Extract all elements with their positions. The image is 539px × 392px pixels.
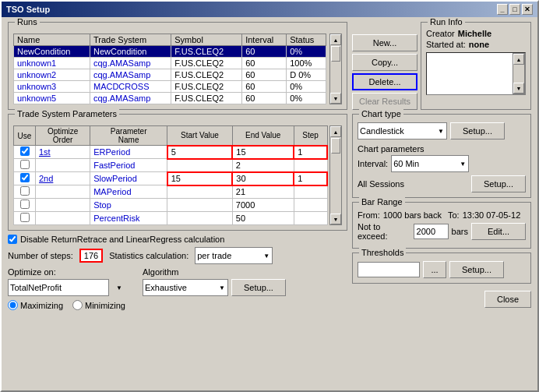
interval-dropdown-wrapper: 60 Min 1 Min 5 Min 15 Min 30 Min Daily	[391, 155, 469, 172]
param-step-cell: 1	[294, 146, 327, 159]
run-buttons: New... Copy... Delete... Clear Results	[352, 34, 417, 110]
runs-scrollbar[interactable]: ▲ ▼	[329, 34, 342, 104]
clear-button[interactable]: Clear Results	[352, 93, 417, 110]
thresholds-dots-button[interactable]: ...	[423, 261, 446, 278]
interval-label: Interval:	[358, 159, 388, 168]
param-use-checkbox[interactable]	[20, 213, 30, 222]
disable-checkbox-row: Disable ReturnRetrace and LinearRegress …	[8, 235, 347, 244]
chart-type-setup-button[interactable]: Setup...	[450, 122, 505, 139]
param-end-cell: 50	[232, 212, 294, 225]
creator-row: Creator Michelle	[426, 29, 526, 38]
algorithm-dropdown-wrapper: Exhaustive Genetic Walk Forward	[143, 279, 228, 296]
delete-button[interactable]: Delete...	[352, 73, 417, 90]
param-use-checkbox[interactable]	[20, 200, 30, 209]
table-row: PercentRisk50	[14, 212, 328, 225]
dialog-body: Runs Name Trade System Symbol Interval	[2, 17, 537, 390]
algorithm-setup-button[interactable]: Setup...	[231, 279, 286, 296]
param-use-cell[interactable]	[14, 199, 36, 212]
bar-range-edit-button[interactable]: Edit...	[471, 223, 526, 240]
optimize-on-dropdown[interactable]: TotalNetProfit NetProfit SharpeRatio	[8, 279, 109, 296]
interval-dropdown[interactable]: 60 Min 1 Min 5 Min 15 Min 30 Min Daily	[391, 155, 469, 172]
left-panel: Runs Name Trade System Symbol Interval	[8, 22, 347, 310]
title-bar: TSO Setup _ □ ✕	[2, 2, 537, 17]
param-use-checkbox[interactable]	[20, 173, 30, 182]
param-use-cell[interactable]	[14, 146, 36, 159]
params-scrollbar[interactable]: ▲ ▼	[329, 125, 342, 225]
param-order-cell: 1st	[36, 146, 90, 159]
runs-cell: MACDCROSS	[90, 81, 171, 93]
param-use-checkbox[interactable]	[20, 186, 30, 196]
table-row: 1stERPeriod5151	[14, 146, 328, 159]
stats-calc-dropdown[interactable]: per trade per bar per day	[195, 247, 273, 264]
runs-cell: 60	[242, 46, 287, 58]
runs-cell: cqg.AMASamp	[90, 69, 171, 81]
runs-scroll-track	[330, 45, 341, 93]
thresholds-label: Thresholds	[359, 248, 406, 257]
disable-checkbox[interactable]	[8, 235, 17, 244]
table-row: Stop7000	[14, 199, 328, 212]
params-scroll-thumb[interactable]	[331, 138, 340, 154]
algorithm-row: Exhaustive Genetic Walk Forward Setup...	[143, 279, 286, 296]
close-title-button[interactable]: ✕	[522, 4, 533, 15]
params-scroll-down[interactable]: ▼	[330, 214, 341, 224]
stats-calc-dropdown-wrapper: per trade per bar per day	[195, 247, 273, 264]
creator-value: Michelle	[458, 29, 491, 38]
param-use-cell[interactable]	[14, 172, 36, 185]
param-end-cell: 2	[232, 159, 294, 172]
runs-cell: 60	[242, 58, 287, 69]
param-name-cell: ERPeriod	[90, 146, 167, 159]
bar-range-from-row: From: 1000 bars back To: 13:30 07-05-12	[358, 210, 526, 220]
started-at-value: none	[469, 40, 489, 49]
maximizing-radio[interactable]	[8, 300, 18, 310]
maximize-button[interactable]: □	[509, 4, 520, 15]
runinfo-scroll-up[interactable]: ▲	[513, 54, 524, 65]
param-use-cell[interactable]	[14, 212, 36, 225]
runs-col-name: Name	[14, 34, 90, 46]
runs-scroll-thumb[interactable]	[331, 46, 340, 62]
maximizing-label: Maximizing	[8, 300, 63, 310]
param-end-cell: 21	[232, 185, 294, 199]
top-section: Runs Name Trade System Symbol Interval	[8, 22, 531, 310]
table-row: FastPeriod2	[14, 159, 328, 172]
chart-params-setup-button[interactable]: Setup...	[471, 175, 526, 192]
runs-cell: unknown2	[14, 69, 90, 81]
runinfo-scrollbar[interactable]: ▲ ▼	[513, 53, 525, 94]
bar-range-label: Bar Range	[359, 197, 405, 207]
new-button[interactable]: New...	[352, 34, 417, 51]
close-btn-row: Close	[352, 291, 531, 308]
runs-scroll-down[interactable]: ▼	[330, 93, 341, 104]
minimizing-radio[interactable]	[72, 300, 83, 310]
param-step-cell	[294, 212, 327, 225]
param-use-cell[interactable]	[14, 159, 36, 172]
params-scroll-up[interactable]: ▲	[330, 126, 341, 137]
algorithm-dropdown[interactable]: Exhaustive Genetic Walk Forward	[143, 279, 228, 296]
param-end-cell: 7000	[232, 199, 294, 212]
param-order-cell	[36, 185, 90, 199]
runinfo-scroll-down[interactable]: ▼	[513, 83, 524, 94]
not-exceed-input[interactable]	[414, 224, 449, 239]
copy-button[interactable]: Copy...	[352, 54, 417, 71]
chart-type-dropdown[interactable]: Candlestick Bar Line	[358, 122, 447, 139]
param-use-checkbox[interactable]	[20, 160, 30, 169]
not-exceed-group: Not to exceed: bars	[358, 222, 468, 241]
thresholds-setup-button[interactable]: Setup...	[449, 261, 504, 278]
close-button[interactable]: Close	[484, 291, 531, 308]
params-scroll-track	[330, 137, 341, 214]
optimize-on-section: Optimize on: TotalNetProfit NetProfit Sh…	[8, 267, 125, 310]
thresholds-input[interactable]	[358, 262, 420, 277]
started-at-row: Started at: none	[426, 40, 526, 49]
param-order-cell	[36, 199, 90, 212]
params-col-use: Use	[14, 126, 36, 146]
from-label: From:	[358, 210, 380, 220]
param-end-cell: 15	[232, 146, 294, 159]
bars-label: bars	[452, 227, 468, 236]
param-step-cell: 1	[294, 172, 327, 185]
param-use-cell[interactable]	[14, 185, 36, 199]
runs-scroll-up[interactable]: ▲	[330, 34, 341, 45]
param-use-checkbox[interactable]	[20, 147, 30, 156]
algorithm-section: Algorithm Exhaustive Genetic Walk Forwar…	[143, 267, 286, 296]
runs-table: Name Trade System Symbol Interval Status…	[13, 34, 326, 104]
param-start-cell: 15	[167, 172, 233, 185]
minimize-button[interactable]: _	[497, 4, 508, 15]
runs-cell: F.US.CLEQ2	[171, 69, 242, 81]
